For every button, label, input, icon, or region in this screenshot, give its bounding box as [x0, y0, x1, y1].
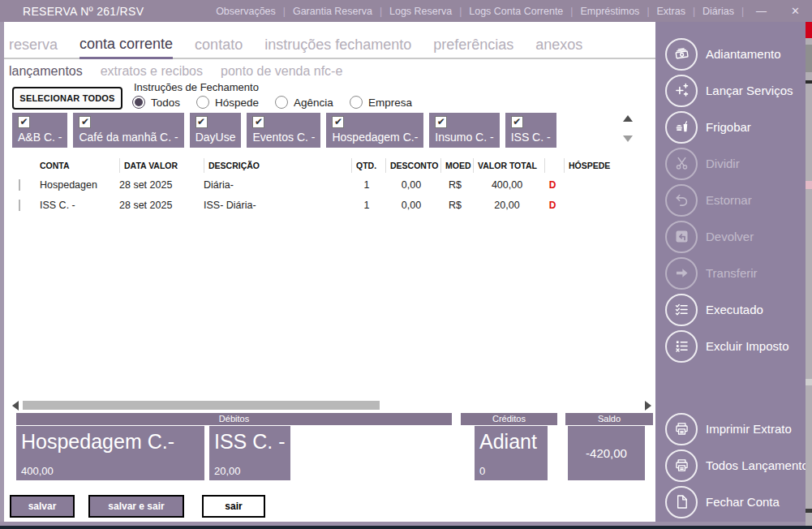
row-checkbox[interactable] [19, 179, 20, 191]
subtab-ponto-venda-nfce[interactable]: ponto de venda nfc-e [221, 64, 342, 79]
sidebar-item-excluir-imposto[interactable]: Excluir Imposto [655, 328, 806, 364]
checkbox-checked-icon[interactable]: ✔ [332, 116, 344, 128]
radio-label: Hóspede [215, 97, 259, 109]
sidebar-item-estornar: Estornar [655, 182, 806, 218]
account-filter-chips: ✔ A&B C. - ✔ Café da manhã C. - ✔ DayUse… [12, 113, 556, 148]
salvar-button[interactable]: salvar [10, 495, 75, 518]
selecionar-todos-button[interactable]: SELECIONAR TODOS [12, 87, 122, 110]
table-row[interactable]: ISS C. - 28 set 2025 ISS- Diária- 1 0,00… [15, 195, 653, 215]
chip-insumo[interactable]: ✔ Insumo C. - [429, 113, 499, 148]
debit-card-iss[interactable]: ISS C. - 20,00 [209, 426, 290, 480]
cell-qtd: 1 [351, 179, 385, 191]
creditos-section-header: Créditos [461, 413, 557, 425]
titlebar: RESERVA Nº 261/RSV Observações | Garanti… [0, 0, 812, 22]
scroll-left-icon[interactable] [12, 401, 19, 411]
money-icon [665, 38, 698, 71]
chip-aeb[interactable]: ✔ A&B C. - [12, 113, 67, 148]
salvar-e-sair-button[interactable]: salvar e sair [88, 495, 184, 518]
menu-emprestimos[interactable]: Empréstimos [573, 6, 647, 17]
sidebar-item-devolver: Devolver [655, 218, 806, 255]
row-checkbox[interactable] [19, 200, 20, 211]
sidebar-item-frigobar[interactable]: Frigobar [655, 109, 806, 145]
table-row[interactable]: Hospedagen 28 set 2025 Diária- 1 0,00 R$… [15, 174, 653, 195]
card-label: Adiant [479, 429, 543, 454]
scroll-right-icon[interactable] [645, 401, 651, 411]
menu-diarias[interactable]: Diárias [695, 6, 741, 17]
sidebar-item-lancar-servicos[interactable]: Lançar Serviços [655, 72, 806, 109]
debit-card-hospedagem[interactable]: Hospedagem C.- 400,00 [16, 426, 204, 480]
edge-fragment [806, 45, 812, 72]
card-label: ISS C. - [214, 429, 286, 454]
checklist-icon [665, 294, 698, 326]
printer-icon [665, 413, 698, 445]
background-app-edge [806, 22, 812, 526]
scrollbar-thumb[interactable] [23, 401, 380, 410]
menu-logs-conta-corrente[interactable]: Logs Conta Corrente [462, 6, 570, 17]
chip-dayuse[interactable]: ✔ DayUse [190, 113, 242, 148]
credit-card-adiantamento[interactable]: Adiant 0 [475, 426, 548, 480]
scroll-up-icon[interactable] [623, 115, 633, 122]
subtab-lancamentos[interactable]: lançamentos [9, 64, 83, 79]
window-title: RESERVA Nº 261/RSV [23, 5, 144, 18]
minimize-button[interactable]: — [744, 5, 779, 17]
close-button[interactable]: ✕ [779, 5, 812, 17]
subtab-extratos-recibos[interactable]: extratos e recibos [101, 64, 203, 79]
document-icon [665, 486, 698, 518]
checkbox-checked-icon[interactable]: ✔ [79, 116, 91, 128]
sidebar-item-todos-lancamentos[interactable]: Todos Lançamentos [655, 447, 806, 484]
checkbox-checked-icon[interactable]: ✔ [252, 116, 264, 128]
scroll-down-icon[interactable] [623, 135, 633, 142]
menu-logs-reserva[interactable]: Logs Reserva [382, 6, 459, 17]
saldo-card: -420,00 [568, 426, 645, 480]
menu-observacoes[interactable]: Observações [208, 6, 283, 17]
checkbox-checked-icon[interactable]: ✔ [195, 116, 208, 128]
tab-contato[interactable]: contato [195, 37, 243, 58]
menu-extras[interactable]: Extras [650, 6, 693, 17]
checkbox-checked-icon[interactable]: ✔ [511, 116, 523, 128]
radio-todos[interactable]: Todos [132, 96, 180, 109]
sidebar-item-adiantamento[interactable]: Adiantamento [655, 36, 806, 72]
tab-bar: reserva conta corrente contato instruçõe… [4, 22, 655, 59]
reserva-window: RESERVA Nº 261/RSV Observações | Garanti… [0, 0, 812, 529]
checkbox-checked-icon[interactable]: ✔ [435, 116, 447, 128]
tab-conta-corrente[interactable]: conta corrente [79, 36, 173, 59]
radio-label: Todos [151, 97, 180, 109]
checkbox-checked-icon[interactable]: ✔ [18, 116, 30, 128]
sidebar-item-executado[interactable]: Executado [655, 291, 806, 328]
header-dc [544, 158, 564, 173]
radio-circle [275, 96, 288, 109]
cell-data-valor: 28 set 2025 [119, 200, 204, 211]
radio-hospede[interactable]: Hóspede [196, 96, 259, 109]
header-valor-total: VALOR TOTAL [473, 158, 544, 173]
tab-reserva[interactable]: reserva [9, 37, 58, 58]
tab-anexos[interactable]: anexos [535, 37, 582, 58]
chip-cafe-da-manha[interactable]: ✔ Café da manhã C. - [73, 113, 183, 148]
sair-button[interactable]: sair [202, 495, 265, 518]
chip-iss[interactable]: ✔ ISS C. - [505, 113, 556, 148]
chip-eventos[interactable]: ✔ Eventos C. - [247, 113, 320, 148]
horizontal-scrollbar[interactable] [12, 399, 651, 411]
cell-valor-total: 400,00 [473, 179, 544, 191]
tab-instrucoes-fechamento[interactable]: instruções fechamento [264, 37, 411, 58]
edge-fragment-red [806, 22, 812, 38]
card-value: 0 [479, 465, 543, 477]
printer-icon [665, 449, 698, 482]
tab-preferencias[interactable]: preferências [433, 37, 513, 58]
cell-conta: Hospedagen [40, 179, 119, 191]
window-border-left [0, 22, 4, 522]
card-value: 20,00 [214, 465, 286, 477]
table-header-row: CONTA DATA VALOR DESCRIÇÃO QTD. DESCONTO… [15, 157, 653, 174]
sidebar-item-imprimir-extrato[interactable]: Imprimir Extrato [655, 411, 806, 447]
chip-hospedagem[interactable]: ✔ Hospedagem C.- [326, 113, 423, 148]
sidebar-item-fechar-conta[interactable]: Fechar Conta [655, 484, 806, 520]
radio-label: Empresa [368, 97, 412, 109]
cell-moeda: R$ [440, 200, 473, 211]
sidebar-spacer [655, 364, 806, 411]
saldo-section-header: Saldo [565, 413, 653, 425]
radio-empresa[interactable]: Empresa [350, 96, 412, 109]
add-services-icon [665, 75, 698, 107]
header-moeda: MOED [440, 158, 473, 173]
radio-agencia[interactable]: Agência [275, 96, 333, 109]
cell-descricao: Diária- [204, 179, 351, 191]
menu-garantia-reserva[interactable]: Garantia Reserva [286, 6, 380, 17]
